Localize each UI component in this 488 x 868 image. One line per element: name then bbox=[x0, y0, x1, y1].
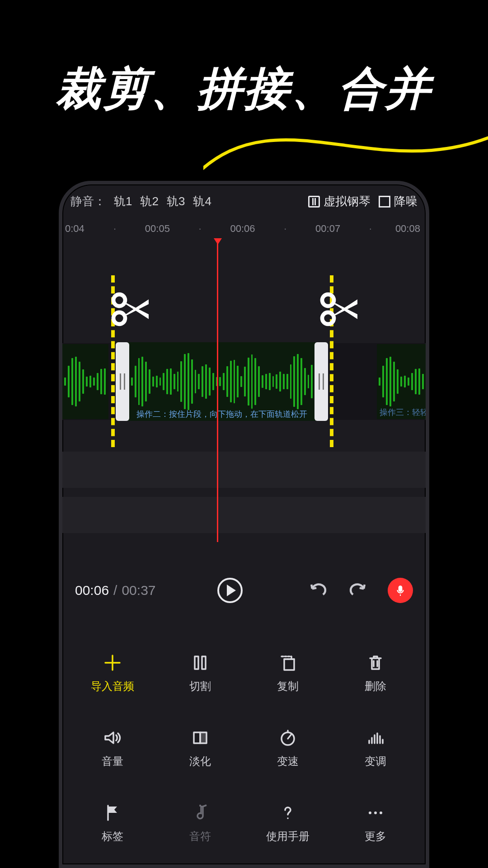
tool-volume[interactable]: 音量 bbox=[69, 714, 156, 782]
svg-rect-7 bbox=[194, 732, 200, 743]
audio-track-2[interactable] bbox=[62, 452, 426, 488]
fade-icon bbox=[190, 728, 210, 748]
tool-label: 使用手册 bbox=[266, 829, 310, 844]
timeline[interactable]: 操作三：轻轻 操作二：按住片段，向下拖动，在下面轨道松开 bbox=[62, 239, 426, 565]
audio-track-3[interactable] bbox=[62, 497, 426, 533]
mute-label: 静音： bbox=[70, 193, 106, 209]
ruler-tick: 00:06 bbox=[207, 223, 278, 235]
tool-label: 标签 bbox=[102, 829, 123, 844]
note-icon bbox=[190, 803, 210, 823]
tool-copy[interactable]: 复制 bbox=[244, 639, 332, 707]
hero-title: 裁剪、拼接、合并 bbox=[0, 59, 488, 120]
copy-icon bbox=[278, 653, 298, 673]
play-button[interactable] bbox=[217, 578, 243, 603]
tool-fade[interactable]: 淡化 bbox=[156, 714, 244, 782]
record-button[interactable] bbox=[388, 578, 413, 603]
flag-icon bbox=[103, 803, 122, 823]
svg-point-3 bbox=[322, 312, 334, 324]
tool-more[interactable]: 更多 bbox=[332, 789, 419, 857]
virtual-piano-label: 虚拟钢琴 bbox=[324, 193, 371, 209]
ruler-tick: 0:04 bbox=[65, 223, 108, 235]
trash-icon bbox=[366, 653, 385, 673]
checkbox-icon bbox=[379, 196, 390, 208]
tool-label: 复制 bbox=[277, 679, 299, 693]
clip-handle-left[interactable] bbox=[116, 342, 129, 421]
svg-rect-6 bbox=[284, 659, 294, 670]
selected-clip[interactable]: 操作二：按住片段，向下拖动，在下面轨道松开 bbox=[116, 342, 328, 421]
total-time: 00:37 bbox=[122, 583, 155, 598]
tool-marker[interactable]: 标签 bbox=[69, 789, 156, 857]
virtual-piano-button[interactable]: 虚拟钢琴 bbox=[308, 193, 371, 209]
plus-icon bbox=[103, 653, 122, 673]
phone-frame: 静音： 轨1 轨2 轨3 轨4 虚拟钢琴 降噪 0:04 · 00:0 bbox=[59, 181, 429, 868]
speaker-icon bbox=[103, 728, 122, 748]
denoise-toggle[interactable]: 降噪 bbox=[379, 193, 418, 209]
svg-point-13 bbox=[380, 811, 382, 814]
playhead[interactable] bbox=[217, 239, 218, 542]
clip-outside-left[interactable] bbox=[62, 344, 108, 419]
tool-pitch[interactable]: 变调 bbox=[332, 714, 419, 782]
tool-label: 变调 bbox=[365, 754, 386, 769]
help-icon bbox=[278, 803, 298, 823]
svg-point-2 bbox=[322, 294, 334, 306]
tool-label: 更多 bbox=[365, 829, 386, 844]
tool-label: 删除 bbox=[365, 679, 386, 693]
tool-label: 切割 bbox=[189, 679, 211, 693]
tool-label: 音符 bbox=[189, 829, 211, 844]
track-4-toggle[interactable]: 轨4 bbox=[193, 193, 211, 209]
time-ruler[interactable]: 0:04 · 00:05 · 00:06 · 00:07 · 00:08 bbox=[62, 218, 426, 239]
svg-point-1 bbox=[113, 312, 125, 324]
split-icon bbox=[190, 653, 210, 673]
clip-handle-right[interactable] bbox=[314, 342, 328, 421]
transport-bar: 00:06 / 00:37 bbox=[62, 578, 426, 603]
gauge-icon bbox=[278, 728, 298, 748]
tool-label: 变速 bbox=[277, 754, 299, 769]
time-display: 00:06 / 00:37 bbox=[75, 583, 156, 598]
track-3-toggle[interactable]: 轨3 bbox=[167, 193, 185, 209]
tool-cut[interactable]: 切割 bbox=[156, 639, 244, 707]
tool-label: 淡化 bbox=[189, 754, 211, 769]
svg-point-0 bbox=[113, 294, 125, 306]
svg-point-12 bbox=[374, 811, 377, 814]
tool-speed[interactable]: 变速 bbox=[244, 714, 332, 782]
piano-icon bbox=[308, 196, 320, 208]
clip-hint-right: 操作三：轻轻 bbox=[380, 407, 426, 418]
clip-outside-right[interactable]: 操作三：轻轻 bbox=[377, 344, 426, 419]
tools-grid: 导入音频切割复制删除音量淡化变速变调标签音符使用手册更多 bbox=[62, 627, 426, 864]
tool-label: 音量 bbox=[102, 754, 123, 769]
time-separator: / bbox=[113, 583, 117, 598]
tool-note[interactable]: 音符 bbox=[156, 789, 244, 857]
dots-icon bbox=[366, 803, 385, 823]
svg-point-11 bbox=[369, 811, 371, 814]
undo-button[interactable] bbox=[305, 578, 330, 603]
ruler-tick: 00:08 bbox=[378, 223, 420, 235]
tool-label: 导入音频 bbox=[91, 679, 134, 693]
redo-button[interactable] bbox=[346, 578, 371, 603]
ruler-tick: 00:07 bbox=[292, 223, 363, 235]
waveform-icon bbox=[62, 344, 108, 419]
current-time: 00:06 bbox=[75, 583, 109, 598]
track-1-toggle[interactable]: 轨1 bbox=[114, 193, 132, 209]
svg-rect-4 bbox=[195, 656, 198, 669]
track-2-toggle[interactable]: 轨2 bbox=[140, 193, 158, 209]
scissors-icon bbox=[320, 292, 360, 327]
scissors-icon bbox=[111, 292, 151, 327]
top-toolbar: 静音： 轨1 轨2 轨3 轨4 虚拟钢琴 降噪 bbox=[62, 184, 426, 212]
denoise-label: 降噪 bbox=[394, 193, 418, 209]
svg-rect-8 bbox=[200, 732, 206, 743]
eq-icon bbox=[366, 728, 385, 748]
svg-rect-5 bbox=[202, 656, 206, 669]
tool-manual[interactable]: 使用手册 bbox=[244, 789, 332, 857]
tool-delete[interactable]: 删除 bbox=[332, 639, 419, 707]
ruler-tick: 00:05 bbox=[122, 223, 193, 235]
clip-hint-selected: 操作二：按住片段，向下拖动，在下面轨道松开 bbox=[132, 409, 312, 420]
tool-import[interactable]: 导入音频 bbox=[69, 639, 156, 707]
